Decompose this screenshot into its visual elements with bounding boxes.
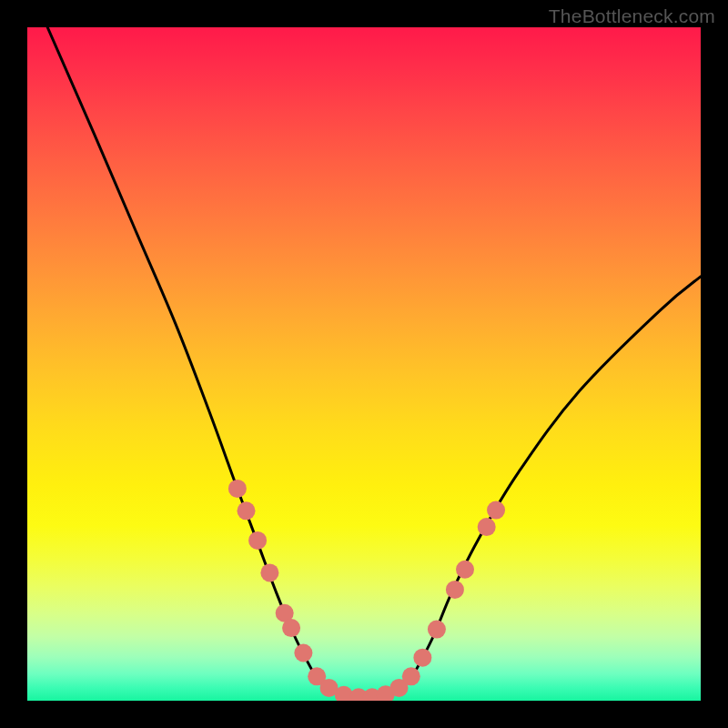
data-marker	[282, 619, 300, 637]
data-marker	[238, 501, 256, 520]
data-marker	[413, 649, 431, 667]
data-marker	[428, 621, 446, 639]
chart-frame: TheBottleneck.com	[0, 0, 728, 728]
data-marker	[260, 563, 278, 581]
watermark-text: TheBottleneck.com	[549, 5, 715, 27]
data-marker	[487, 501, 505, 520]
curve-layer	[27, 27, 701, 701]
data-marker	[248, 531, 267, 550]
data-marker	[478, 518, 496, 536]
data-marker	[456, 561, 474, 579]
data-marker	[228, 480, 247, 498]
bottleneck-curve	[47, 27, 701, 698]
plot-area	[27, 27, 701, 701]
data-marker	[402, 667, 420, 685]
data-marker	[294, 643, 312, 662]
data-marker	[446, 581, 464, 599]
